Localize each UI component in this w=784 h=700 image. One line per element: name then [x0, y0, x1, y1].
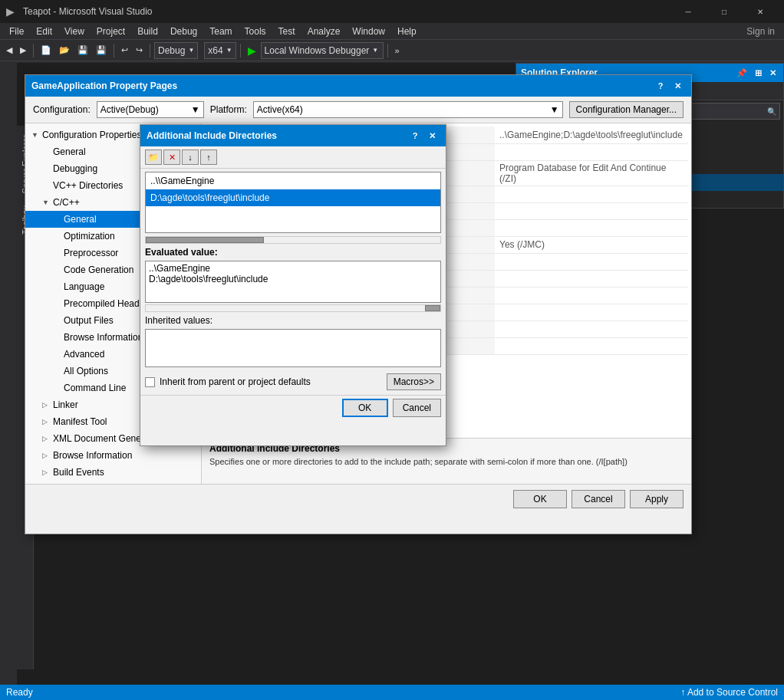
title-bar: ▶ Teapot - Microsoft Visual Studio ─ □ ✕	[0, 0, 784, 23]
inherit-checkbox[interactable]	[145, 377, 155, 387]
evaluated-value-box: ..\GameEngine D:\agde\tools\freeglut\inc…	[145, 261, 441, 303]
description-text: Specifies one or more directories to add…	[209, 457, 684, 466]
include-ok-btn[interactable]: OK	[342, 399, 388, 417]
dialog-bottom: OK Cancel Apply	[25, 484, 691, 513]
dialog-controls: ? ✕	[653, 78, 685, 94]
toolbar-new[interactable]: 📄	[38, 42, 54, 59]
main-content: Server Explorer Toolbox Solution Explore…	[17, 63, 784, 685]
inherit-row: Inherit from parent or project defaults …	[140, 369, 446, 395]
toolbar: ◀ ▶ 📄 📂 💾 💾 ↩ ↪ Debug▼ x64▼ ▶ Local Wind…	[0, 40, 784, 61]
include-toolbar: 📁 ✕ ↓ ↑	[140, 146, 446, 169]
menu-help[interactable]: Help	[391, 23, 423, 40]
panel-controls: 📌 ⊞ ✕	[734, 68, 779, 78]
menu-team[interactable]: Team	[203, 23, 238, 40]
minimize-button[interactable]: ─	[670, 0, 706, 23]
dialog-title: GameApplication Property Pages	[31, 81, 177, 91]
toolbar-forward[interactable]: ▶	[17, 42, 29, 59]
list-item[interactable]: ..\\GameEngine	[146, 173, 440, 189]
toolbar-back[interactable]: ◀	[3, 42, 15, 59]
include-cancel-btn[interactable]: Cancel	[393, 399, 441, 417]
config-manager-btn[interactable]: Configuration Manager...	[569, 101, 684, 118]
dialog-ok-btn[interactable]: OK	[513, 490, 567, 508]
tree-build-events[interactable]: ▷ Build Events	[25, 464, 201, 481]
inherit-checkbox-label: Inherit from parent or project defaults	[160, 376, 311, 387]
include-dialog-title: Additional Include Directories	[147, 130, 277, 141]
menu-edit[interactable]: Edit	[30, 23, 58, 40]
config-select[interactable]: Active(Debug) ▼	[97, 101, 204, 118]
include-help-btn[interactable]: ?	[407, 128, 423, 143]
menu-window[interactable]: Window	[346, 23, 391, 40]
config-label: Configuration:	[33, 104, 91, 115]
panel-pin-btn[interactable]: 📌	[734, 68, 749, 78]
menu-build[interactable]: Build	[131, 23, 164, 40]
panel-dock-btn[interactable]: ⊞	[753, 68, 764, 78]
platform-dropdown[interactable]: x64▼	[204, 42, 236, 59]
evaluated-value-label: Evaluated value:	[140, 244, 446, 259]
tree-custom-build[interactable]: ▷ Custom Build Step	[25, 481, 201, 484]
macros-btn[interactable]: Macros>>	[387, 373, 441, 390]
include-close-btn[interactable]: ✕	[424, 128, 440, 143]
menu-test[interactable]: Test	[272, 23, 301, 40]
dialog-apply-btn[interactable]: Apply	[630, 490, 684, 508]
restore-button[interactable]: □	[707, 0, 742, 23]
tree-browse-info[interactable]: ▷ Browse Information	[25, 447, 201, 464]
inc-delete-btn[interactable]: ✕	[163, 150, 180, 165]
sign-in[interactable]: Sign in	[740, 23, 781, 40]
dialog-cancel-btn[interactable]: Cancel	[572, 490, 625, 508]
inherited-values-label: Inherited values:	[140, 312, 446, 327]
panel-close-btn[interactable]: ✕	[767, 68, 779, 78]
menu-tools[interactable]: Tools	[239, 23, 272, 40]
debug-config-dropdown[interactable]: Debug▼	[154, 42, 198, 59]
inherited-values-box	[145, 329, 441, 367]
menu-debug[interactable]: Debug	[164, 23, 203, 40]
menu-file[interactable]: File	[3, 23, 30, 40]
menu-bar: File Edit View Project Build Debug Team …	[0, 23, 784, 40]
dialog-close-btn[interactable]: ✕	[670, 78, 685, 94]
include-list[interactable]: ..\\GameEngine D:\agde\tools\freeglut\in…	[145, 172, 441, 233]
toolbar-extra[interactable]: »	[392, 42, 403, 59]
toolbar-open[interactable]: 📂	[56, 42, 73, 59]
window-controls: ─ □ ✕	[670, 0, 778, 23]
inc-move-up-btn[interactable]: ↑	[200, 150, 217, 165]
source-control-text: ↑ Add to Source Control	[680, 687, 778, 698]
toolbar-undo[interactable]: ↩	[118, 42, 131, 59]
debugger-dropdown[interactable]: Local Windows Debugger▼	[261, 42, 384, 59]
menu-analyze[interactable]: Analyze	[301, 23, 347, 40]
dialog-config-row: Configuration: Active(Debug) ▼ Platform:…	[25, 97, 691, 123]
inc-list-scrollbar[interactable]	[145, 236, 441, 244]
status-text: Ready	[6, 687, 33, 698]
include-dialog-controls: ? ✕	[407, 128, 440, 143]
search-icon: 🔍	[767, 107, 776, 116]
menu-view[interactable]: View	[58, 23, 91, 40]
vs-icon: ▶	[6, 5, 18, 18]
dialog-help-btn[interactable]: ?	[653, 78, 668, 94]
inc-move-down-btn[interactable]: ↓	[182, 150, 199, 165]
dialog-title-bar: GameApplication Property Pages ? ✕	[25, 75, 691, 97]
app-title: Teapot - Microsoft Visual Studio	[23, 6, 670, 17]
toolbar-save[interactable]: 💾	[74, 42, 91, 59]
status-bar: Ready ↑ Add to Source Control	[0, 685, 784, 700]
menu-project[interactable]: Project	[91, 23, 131, 40]
platform-select[interactable]: Active(x64) ▼	[253, 101, 563, 118]
toolbar-save-all[interactable]: 💾	[93, 42, 110, 59]
inc-eval-scrollbar[interactable]	[145, 304, 441, 312]
platform-label: Platform:	[210, 104, 247, 115]
include-dialog-header: Additional Include Directories ? ✕	[140, 125, 446, 146]
list-item[interactable]: D:\agde\tools\freeglut\include	[146, 189, 440, 206]
include-dialog-bottom: OK Cancel	[140, 395, 446, 420]
toolbar-redo[interactable]: ↪	[133, 42, 146, 59]
inc-new-folder-btn[interactable]: 📁	[145, 150, 162, 165]
include-directories-dialog: Additional Include Directories ? ✕ 📁 ✕ ↓…	[140, 124, 446, 446]
start-debug-btn[interactable]: ▶	[245, 42, 259, 59]
close-button[interactable]: ✕	[743, 0, 778, 23]
